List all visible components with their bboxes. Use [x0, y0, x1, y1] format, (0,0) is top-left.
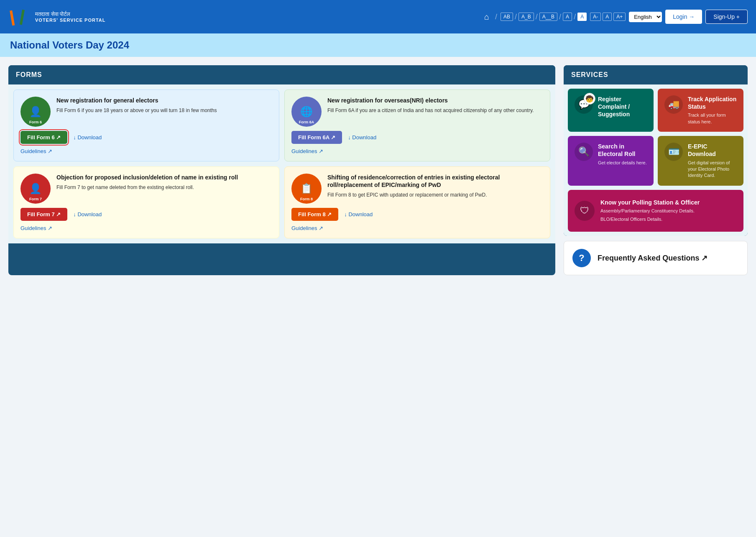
font-size-options: A- A A+ — [590, 13, 626, 21]
search-electoral-card[interactable]: 🔍 Search in Electoral Roll Get elector d… — [568, 136, 654, 186]
form8-title: Shifting of residence/correction of entr… — [327, 174, 543, 189]
register-complaint-card[interactable]: 💬 🧒 Register Complaint / Suggestion — [568, 89, 654, 132]
form6a-desc: New registration for overseas(NRI) elect… — [327, 97, 543, 114]
forms-grid: 👤 Form 6 New registration for general el… — [8, 84, 555, 243]
services-grid: 💬 🧒 Register Complaint / Suggestion 🚚 Tr… — [564, 84, 748, 236]
form8-top: 📋 Form 8 Shifting of residence/correctio… — [291, 174, 543, 204]
services-section: SERVICES 💬 🧒 Register Complaint / Sugges… — [564, 65, 748, 275]
form7-guidelines-link[interactable]: Guidelines ↗ — [20, 225, 272, 231]
form7-description: Fill Form 7 to get name deleted from the… — [56, 184, 272, 191]
form6-top: 👤 Form 6 New registration for general el… — [20, 97, 272, 127]
epic-description: Get digital version of your Electoral Ph… — [688, 160, 737, 179]
form6a-card: 🌐 Form 6A New registration for overseas(… — [284, 90, 550, 161]
faq-label: Frequently Asked Questions ↗ — [598, 253, 707, 263]
svg-rect-1 — [16, 9, 18, 24]
track-icon: 🚚 — [664, 95, 683, 114]
svg-rect-0 — [10, 10, 15, 26]
font-options: AB / A_B / A__B / A / A — [501, 13, 587, 21]
forms-section-header: FORMS — [8, 65, 555, 84]
track-title: Track Application Status — [688, 95, 737, 110]
svg-rect-2 — [20, 10, 25, 25]
font-larger-btn[interactable]: A+ — [613, 13, 626, 21]
download-form6-button[interactable]: ↓ Download — [73, 134, 102, 141]
form6-guidelines-link[interactable]: Guidelines ↗ — [20, 148, 272, 154]
signup-button[interactable]: Sign-Up + — [705, 10, 748, 24]
polling-desc2: BLO/Electoral Officers Details. — [600, 216, 700, 222]
fill-form6-button[interactable]: Fill Form 6 ↗ — [20, 131, 67, 144]
form6a-actions: Fill Form 6A ↗ ↓ Download — [291, 131, 543, 144]
form6a-title: New registration for overseas(NRI) elect… — [327, 97, 543, 104]
form7-title: Objection for proposed inclusion/deletio… — [56, 174, 272, 181]
track-description: Track all your form status here. — [688, 112, 737, 125]
form7-top: 👤 Form 7 Objection for proposed inclusio… — [20, 174, 272, 204]
logo-text: मतदाता सेवा पोर्टल VOTERS' SERVICE PORTA… — [35, 11, 105, 23]
download-form8-button[interactable]: ↓ Download — [344, 211, 373, 217]
fill-form8-button[interactable]: Fill Form 8 ↗ — [291, 208, 338, 221]
banner-title: National Voters Day 2024 — [10, 39, 746, 51]
search-description: Get elector details here. — [598, 160, 647, 166]
polling-title: Know your Polling Station & Officer — [600, 199, 700, 206]
form6a-guidelines-link[interactable]: Guidelines ↗ — [291, 148, 543, 154]
epic-title: E-EPIC Download — [688, 143, 737, 158]
faq-box[interactable]: ? Frequently Asked Questions ↗ — [564, 241, 748, 275]
form6-actions: Fill Form 6 ↗ ↓ Download — [20, 131, 272, 144]
login-button[interactable]: Login → — [665, 10, 702, 24]
font-a--b-btn[interactable]: A__B — [539, 13, 557, 21]
home-button[interactable]: ⌂ — [482, 11, 492, 23]
form8-description: Fill Form 8 to get EPIC with updated or … — [327, 191, 543, 199]
fill-form7-button[interactable]: Fill Form 7 ↗ — [20, 208, 67, 221]
hindi-title: मतदाता सेवा पोर्टल — [35, 11, 105, 18]
header-controls: ⌂ / AB / A_B / A__B / A / A A- A A+ Engl… — [482, 10, 748, 24]
form6-title: New registration for general electors — [56, 97, 272, 104]
font-ab-btn[interactable]: AB — [501, 13, 513, 21]
fill-form6a-button[interactable]: Fill Form 6A ↗ — [291, 131, 342, 144]
services-section-header: SERVICES — [564, 65, 748, 84]
epic-icon: 🪪 — [664, 143, 683, 161]
form6a-icon: 🌐 Form 6A — [291, 97, 322, 127]
logo-area: मतदाता सेवा पोर्टल VOTERS' SERVICE PORTA… — [8, 6, 105, 28]
forms-section: FORMS 👤 Form 6 New registration for gene… — [8, 65, 555, 275]
services-box: SERVICES 💬 🧒 Register Complaint / Sugges… — [564, 65, 748, 236]
logo-icon — [8, 6, 30, 28]
form8-card: 📋 Form 8 Shifting of residence/correctio… — [284, 166, 550, 238]
download-form6a-button[interactable]: ↓ Download — [348, 134, 376, 141]
form6a-top: 🌐 Form 6A New registration for overseas(… — [291, 97, 543, 127]
polling-station-card[interactable]: 🛡 Know your Polling Station & Officer As… — [568, 190, 743, 232]
form8-actions: Fill Form 8 ↗ ↓ Download — [291, 208, 543, 221]
form6a-description: Fill Form 6A if you are a citizen of Ind… — [327, 107, 543, 114]
form8-icon: 📋 Form 8 — [291, 174, 322, 204]
download-form7-button[interactable]: ↓ Download — [73, 211, 102, 217]
form7-icon: 👤 Form 7 — [20, 174, 51, 204]
main-content: FORMS 👤 Form 6 New registration for gene… — [0, 57, 756, 284]
form7-card: 👤 Form 7 Objection for proposed inclusio… — [13, 166, 279, 238]
epic-download-card[interactable]: 🪪 E-EPIC Download Get digital version of… — [658, 136, 743, 186]
font-a-bold-btn[interactable]: A — [577, 13, 587, 21]
search-icon: 🔍 — [575, 143, 593, 161]
polling-desc1: Assembly/Parliamentary Constituency Deta… — [600, 208, 700, 214]
polling-icon: 🛡 — [575, 201, 595, 221]
form8-desc: Shifting of residence/correction of entr… — [327, 174, 543, 199]
font-a-normal-btn[interactable]: A — [563, 13, 572, 21]
english-title: VOTERS' SERVICE PORTAL — [35, 18, 105, 23]
form7-actions: Fill Form 7 ↗ ↓ Download — [20, 208, 272, 221]
language-select[interactable]: English हिन्दी — [629, 12, 662, 22]
font-smaller-btn[interactable]: A- — [590, 13, 601, 21]
form7-desc: Objection for proposed inclusion/deletio… — [56, 174, 272, 191]
form6-description: Fill Form 6 if you are 18 years or above… — [56, 107, 272, 114]
national-voters-day-banner: National Voters Day 2024 — [0, 33, 756, 57]
faq-icon: ? — [572, 249, 591, 267]
track-application-card[interactable]: 🚚 Track Application Status Track all you… — [658, 89, 743, 132]
font-normal-btn[interactable]: A — [603, 13, 612, 21]
form6-desc: New registration for general electors Fi… — [56, 97, 272, 114]
form6-card: 👤 Form 6 New registration for general el… — [13, 90, 279, 161]
font-a-b-btn[interactable]: A_B — [518, 13, 534, 21]
auth-buttons: Login → Sign-Up + — [665, 10, 748, 24]
complaint-title: Register Complaint / Suggestion — [598, 95, 647, 118]
search-title: Search in Electoral Roll — [598, 143, 647, 158]
form8-guidelines-link[interactable]: Guidelines ↗ — [291, 225, 543, 231]
form6-icon: 👤 Form 6 — [20, 97, 51, 127]
site-header: मतदाता सेवा पोर्टल VOTERS' SERVICE PORTA… — [0, 0, 756, 33]
